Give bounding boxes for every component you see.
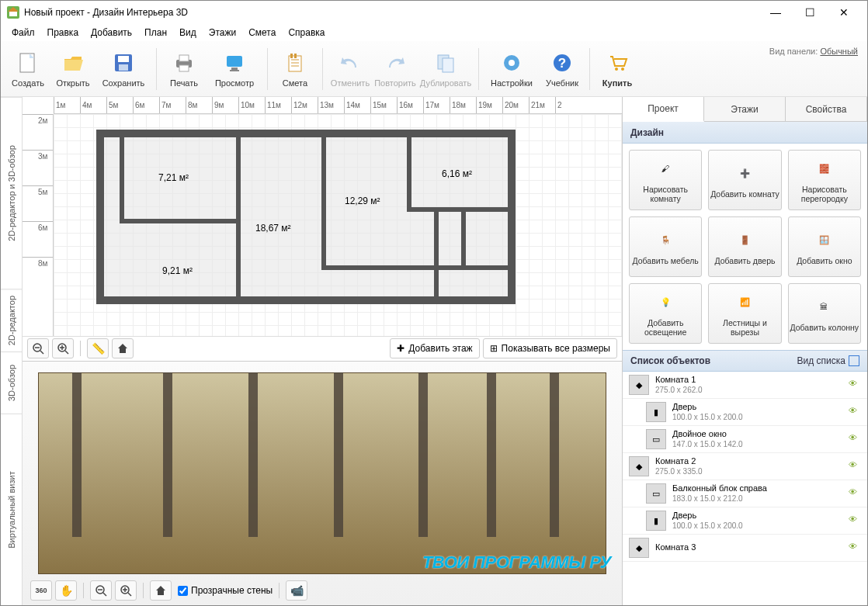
object-row[interactable]: ◆Комната 2275.0 x 335.0👁 <box>623 453 867 480</box>
save-button[interactable]: Сохранить <box>95 44 151 94</box>
menu-help[interactable]: Справка <box>282 26 331 40</box>
visibility-icon[interactable]: 👁 <box>849 406 861 418</box>
object-row[interactable]: ▮Дверь100.0 x 15.0 x 200.0👁 <box>623 399 867 426</box>
folder-open-icon <box>61 50 85 75</box>
tab-3d[interactable]: 3D-обзор <box>1 351 22 414</box>
svg-line-37 <box>103 593 106 596</box>
svg-rect-9 <box>179 55 189 61</box>
menu-add[interactable]: Добавить <box>85 26 138 40</box>
show-dimensions-button[interactable]: ⊞Показывать все размеры <box>483 338 617 358</box>
object-row[interactable]: ▮Дверь100.0 x 15.0 x 200.0👁 <box>623 507 867 535</box>
camera-button[interactable]: 📹 <box>286 580 307 601</box>
svg-line-32 <box>65 351 68 354</box>
tool-icon: 🖌 <box>654 157 677 180</box>
home-3d-button[interactable] <box>150 580 172 601</box>
object-row[interactable]: ◆Комната 3👁 <box>623 535 867 562</box>
zoom-in-button[interactable] <box>52 338 74 358</box>
design-tool-4[interactable]: 🚪Добавить дверь <box>708 216 781 277</box>
svg-text:?: ? <box>558 56 566 71</box>
duplicate-button[interactable]: Дублировать <box>418 44 474 94</box>
plan-toolbar: 📏 ✚Добавить этаж ⊞Показывать все размеры <box>23 336 622 361</box>
design-tool-8[interactable]: 🏛Добавить колонну <box>788 283 861 344</box>
panel-mode: Вид панели: Обычный <box>769 47 858 56</box>
object-row[interactable]: ◆Комната 1275.0 x 262.0👁 <box>623 372 867 399</box>
visibility-icon[interactable]: 👁 <box>849 433 861 445</box>
estimate-button[interactable]: Смета <box>273 44 318 94</box>
plan-view-2d[interactable]: 1м4м5м6м7м8м9м10м11м12м13м14м15м16м17м18… <box>23 97 622 362</box>
add-floor-button[interactable]: ✚Добавить этаж <box>390 338 479 358</box>
tab-properties[interactable]: Свойства <box>786 97 867 121</box>
menu-plan[interactable]: План <box>138 26 173 40</box>
door-icon: ▮ <box>646 511 666 531</box>
object-row[interactable]: ▭Двойное окно147.0 x 15.0 x 142.0👁 <box>623 426 867 453</box>
zoom-in-3d-button[interactable] <box>115 580 137 601</box>
preview-button[interactable]: Просмотр <box>207 44 262 94</box>
design-tool-1[interactable]: ➕Добавить комнату <box>708 150 781 210</box>
print-button[interactable]: Печать <box>161 44 207 94</box>
zoom-out-button[interactable] <box>27 338 49 358</box>
open-button[interactable]: Открыть <box>50 44 95 94</box>
buy-button[interactable]: Купить <box>595 44 640 94</box>
design-tool-3[interactable]: 🪑Добавить мебель <box>629 216 702 277</box>
dimensions-icon: ⊞ <box>490 343 498 354</box>
svg-rect-7 <box>119 64 128 71</box>
menu-floors[interactable]: Этажи <box>203 26 242 40</box>
svg-rect-13 <box>230 70 239 71</box>
pan-button[interactable]: ✋ <box>55 580 77 601</box>
visibility-icon[interactable]: 👁 <box>849 379 861 391</box>
titlebar: Новый проект - Дизайн Интерьера 3D — ☐ ✕ <box>1 1 867 24</box>
objects-list: ◆Комната 1275.0 x 262.0👁▮Дверь100.0 x 15… <box>623 372 867 605</box>
plan-canvas[interactable]: 7,21 м²18,67 м²12,29 м²6,16 м²9,21 м² <box>54 114 622 336</box>
rotate-360-button[interactable]: 360 <box>30 580 52 601</box>
redo-icon <box>383 50 408 75</box>
redo-button[interactable]: Повторить <box>373 44 418 94</box>
tab-floors[interactable]: Этажи <box>704 97 786 121</box>
measure-button[interactable]: 📏 <box>87 338 109 358</box>
design-tool-2[interactable]: 🧱Нарисовать перегородку <box>788 150 861 210</box>
svg-line-40 <box>128 593 131 596</box>
ruler-horizontal: 1м4м5м6м7м8м9м10м11м12м13м14м15м16м17м18… <box>54 97 622 114</box>
object-row[interactable]: ▭Балконный блок справа183.0 x 15.0 x 212… <box>623 480 867 507</box>
room-area-label: 9,21 м² <box>162 265 193 276</box>
tab-project[interactable]: Проект <box>623 97 704 122</box>
ruler-vertical: 2м3м5м6м8м <box>23 114 54 336</box>
tool-icon: 📶 <box>733 290 756 313</box>
minimize-button[interactable]: — <box>759 1 793 24</box>
zoom-out-3d-button[interactable] <box>90 580 112 601</box>
room-area-label: 7,21 м² <box>158 172 189 183</box>
close-button[interactable]: ✕ <box>827 1 861 24</box>
svg-point-26 <box>615 68 618 71</box>
settings-button[interactable]: Настройки <box>484 44 540 94</box>
design-tool-5[interactable]: 🪟Добавить окно <box>788 216 861 277</box>
maximize-button[interactable]: ☐ <box>793 1 827 24</box>
monitor-icon <box>222 50 247 75</box>
panel-mode-link[interactable]: Обычный <box>820 47 858 56</box>
svg-point-23 <box>509 60 515 66</box>
tab-2d-3d[interactable]: 2D-редактор и 3D-обзор <box>1 97 22 289</box>
design-tool-7[interactable]: 📶Лестницы и вырезы <box>708 283 781 344</box>
new-file-icon <box>16 50 40 75</box>
tab-virtual[interactable]: Виртуальный визит <box>1 414 22 605</box>
visibility-icon[interactable]: 👁 <box>849 487 861 500</box>
list-view-icon[interactable] <box>849 355 859 366</box>
design-tool-6[interactable]: 💡Добавить освещение <box>629 283 702 344</box>
menu-file[interactable]: Файл <box>5 26 41 40</box>
menu-view[interactable]: Вид <box>173 26 203 40</box>
tab-2d[interactable]: 2D-редактор <box>1 289 22 351</box>
create-button[interactable]: Создать <box>5 44 50 94</box>
tool-icon: 🪑 <box>654 228 677 251</box>
visibility-icon[interactable]: 👁 <box>849 460 861 473</box>
visibility-icon[interactable]: 👁 <box>849 542 861 554</box>
undo-button[interactable]: Отменить <box>328 44 373 94</box>
menu-estimate[interactable]: Смета <box>242 26 282 40</box>
room-area-label: 12,29 м² <box>345 196 380 206</box>
view-3d[interactable]: 360 ✋ Прозрачные стены 📹 ТВОИ ПРОГРАММЫ … <box>23 362 622 605</box>
window-title: Новый проект - Дизайн Интерьера 3D <box>24 7 759 18</box>
visibility-icon[interactable]: 👁 <box>849 514 861 527</box>
design-tool-0[interactable]: 🖌Нарисовать комнату <box>629 150 702 210</box>
home-button[interactable] <box>112 338 134 358</box>
menu-edit[interactable]: Правка <box>41 26 85 40</box>
undo-icon <box>338 50 363 75</box>
tutorial-button[interactable]: ?Учебник <box>540 44 585 94</box>
transparent-walls-toggle[interactable]: Прозрачные стены <box>178 585 273 596</box>
